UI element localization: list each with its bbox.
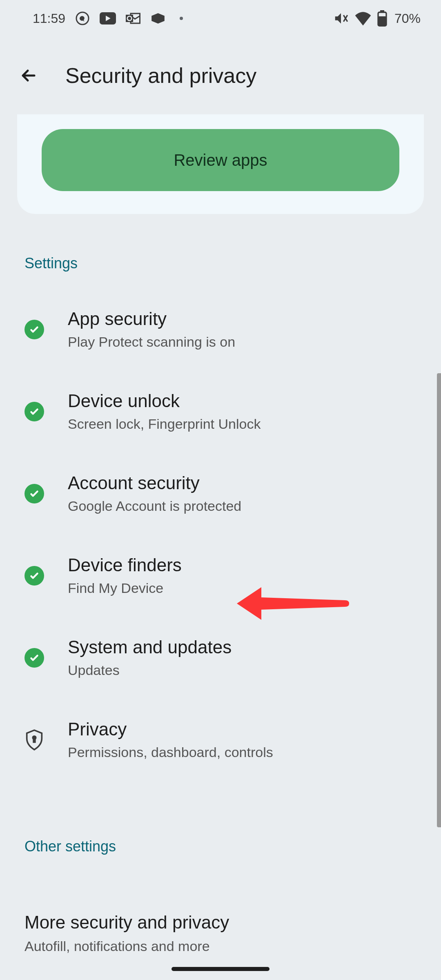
item-title: Account security <box>68 473 241 493</box>
app-bar: Security and privacy <box>0 37 441 114</box>
check-icon <box>24 648 44 668</box>
other-settings-header: Other settings <box>24 781 416 871</box>
device-unlock-item[interactable]: Device unlock Screen lock, Fingerprint U… <box>24 370 416 452</box>
item-title: Device unlock <box>68 391 261 411</box>
item-title: Device finders <box>68 555 182 575</box>
scrollbar[interactable] <box>437 373 441 827</box>
item-subtitle: Permissions, dashboard, controls <box>68 744 273 760</box>
box-icon <box>150 11 166 25</box>
arrow-left-icon <box>19 66 38 85</box>
review-card: Review apps <box>17 114 424 214</box>
item-subtitle: Updates <box>68 662 232 678</box>
privacy-item[interactable]: Privacy Permissions, dashboard, controls <box>24 699 416 781</box>
item-subtitle: Play Protect scanning is on <box>68 334 235 350</box>
check-icon <box>24 402 44 421</box>
check-icon <box>24 566 44 586</box>
gesture-nav-handle[interactable] <box>172 967 270 971</box>
status-bar: 11:59 70% <box>0 0 441 37</box>
more-subtitle: Autofill, notifications and more <box>24 938 416 954</box>
more-notifications-dot <box>180 17 183 20</box>
wifi-icon <box>354 11 372 26</box>
whatsapp-icon <box>75 11 90 26</box>
check-icon <box>24 484 44 503</box>
item-title: App security <box>68 309 235 329</box>
mute-icon <box>333 11 349 26</box>
page-title: Security and privacy <box>65 63 256 88</box>
annotation-arrow <box>237 583 351 626</box>
app-security-item[interactable]: App security Play Protect scanning is on <box>24 288 416 370</box>
other-settings-section: Other settings <box>0 781 441 871</box>
review-card-container: Review apps <box>17 114 424 214</box>
item-subtitle: Screen lock, Fingerprint Unlock <box>68 416 261 432</box>
item-title: Privacy <box>68 719 273 739</box>
review-apps-label: Review apps <box>174 151 267 169</box>
youtube-icon <box>100 12 116 24</box>
svg-rect-9 <box>33 738 35 742</box>
more-security-item[interactable]: More security and privacy Autofill, noti… <box>0 871 441 971</box>
account-security-item[interactable]: Account security Google Account is prote… <box>24 452 416 535</box>
status-right: 70% <box>333 10 421 27</box>
status-time: 11:59 <box>33 11 65 26</box>
item-subtitle: Find My Device <box>68 580 182 596</box>
review-apps-button[interactable]: Review apps <box>42 129 399 191</box>
settings-section: Settings App security Play Protect scann… <box>0 214 441 781</box>
item-subtitle: Google Account is protected <box>68 498 241 514</box>
device-finders-item[interactable]: Device finders Find My Device <box>24 535 416 617</box>
shield-icon <box>24 730 44 750</box>
svg-rect-7 <box>378 16 386 26</box>
battery-percentage: 70% <box>394 11 421 26</box>
battery-icon <box>377 10 387 27</box>
status-left: 11:59 <box>33 11 183 26</box>
item-title: System and updates <box>68 637 232 657</box>
system-updates-item[interactable]: System and updates Updates <box>24 617 416 699</box>
check-icon <box>24 320 44 339</box>
more-title: More security and privacy <box>24 912 416 933</box>
back-button[interactable] <box>16 63 41 88</box>
settings-header: Settings <box>24 214 416 288</box>
outlook-icon <box>126 12 140 25</box>
